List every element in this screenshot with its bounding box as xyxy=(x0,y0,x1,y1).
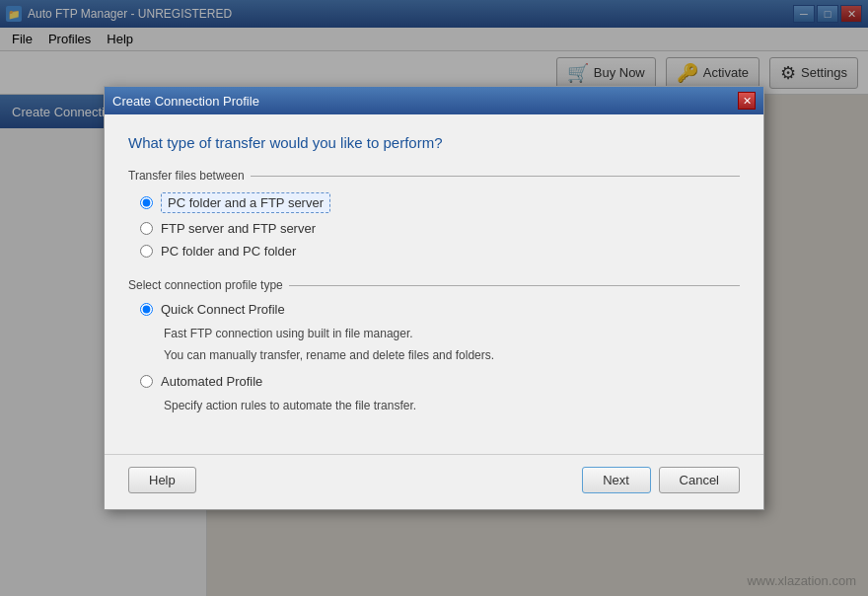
transfer-section-label: Transfer files between xyxy=(128,169,740,183)
transfer-section: Transfer files between PC folder and a F… xyxy=(128,169,740,259)
transfer-label-2[interactable]: FTP server and FTP server xyxy=(161,221,316,236)
create-connection-dialog: Create Connection Profile ✕ What type of… xyxy=(104,86,764,510)
next-button[interactable]: Next xyxy=(582,467,651,493)
dialog-footer-right: Next Cancel xyxy=(582,467,740,493)
dialog-close-button[interactable]: ✕ xyxy=(738,92,756,110)
profile-desc-2a: Specify action rules to automate the fil… xyxy=(164,397,740,414)
dialog-body: What type of transfer would you like to … xyxy=(105,114,763,454)
transfer-label-3[interactable]: PC folder and PC folder xyxy=(161,244,296,259)
cancel-button[interactable]: Cancel xyxy=(659,467,740,493)
transfer-label-1[interactable]: PC folder and a FTP server xyxy=(161,192,330,213)
profile-label-2[interactable]: Automated Profile xyxy=(161,374,262,389)
profile-section: Select connection profile type Quick Con… xyxy=(128,278,740,414)
transfer-radio-2[interactable] xyxy=(140,222,153,235)
profile-option-1: Quick Connect Profile xyxy=(140,302,740,317)
dialog-title: Create Connection Profile xyxy=(112,94,259,109)
profile-section-label: Select connection profile type xyxy=(128,278,740,292)
dialog-footer: Help Next Cancel xyxy=(105,454,763,509)
profile-radio-2[interactable] xyxy=(140,375,153,388)
profile-option-2: Automated Profile xyxy=(140,374,740,389)
transfer-option-3: PC folder and PC folder xyxy=(140,244,740,259)
profile-desc-1a: Fast FTP connection using built in file … xyxy=(164,325,740,342)
dialog-titlebar: Create Connection Profile ✕ xyxy=(105,87,763,114)
transfer-option-2: FTP server and FTP server xyxy=(140,221,740,236)
dialog-question: What type of transfer would you like to … xyxy=(128,134,740,151)
modal-overlay: Create Connection Profile ✕ What type of… xyxy=(0,0,868,596)
help-button[interactable]: Help xyxy=(128,467,196,493)
profile-radio-1[interactable] xyxy=(140,303,153,316)
profile-label-1[interactable]: Quick Connect Profile xyxy=(161,302,285,317)
transfer-radio-1[interactable] xyxy=(140,196,153,209)
profile-desc-1b: You can manually transfer, rename and de… xyxy=(164,346,740,364)
transfer-option-1: PC folder and a FTP server xyxy=(140,192,740,213)
transfer-radio-3[interactable] xyxy=(140,245,153,258)
